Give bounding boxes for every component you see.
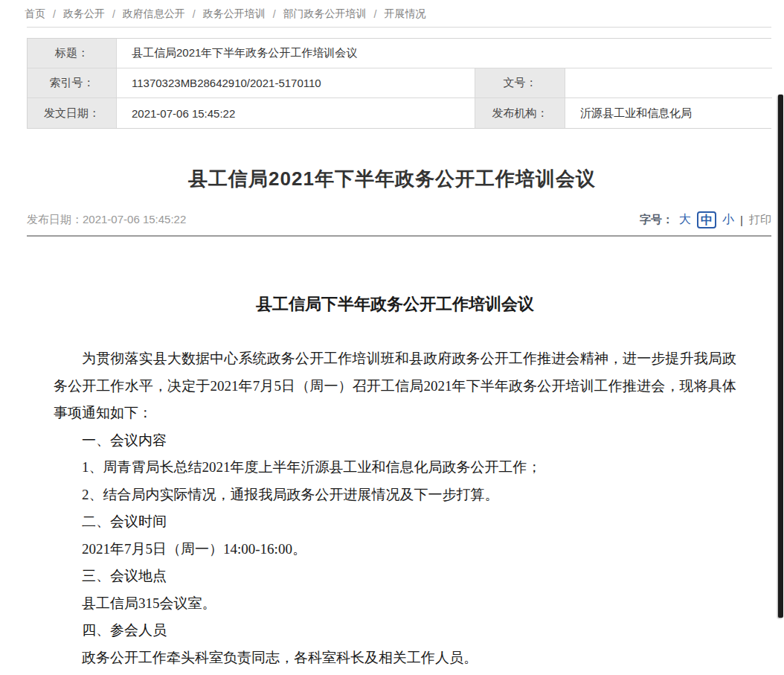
scrollbar-thumb[interactable]: [778, 95, 783, 618]
print-button[interactable]: 打印: [749, 213, 771, 227]
meta-index-label: 索引号：: [28, 68, 117, 98]
article-paragraph: 2、结合局内实际情况，通报我局政务公开进展情况及下一步打算。: [54, 482, 736, 509]
breadcrumb-item-zhengwugongkai[interactable]: 政务公开: [63, 7, 105, 21]
breadcrumb-divider: [27, 27, 771, 28]
font-size-medium-button[interactable]: 中: [697, 211, 716, 228]
breadcrumb-item-progress[interactable]: 开展情况: [384, 7, 425, 21]
meta-docno-value: [565, 68, 772, 98]
font-size-tools: 字号： 大 中 小 | 打印: [640, 211, 771, 228]
breadcrumb-separator: /: [273, 8, 276, 20]
document-meta-table: 标题： 县工信局2021年下半年政务公开工作培训会议 索引号： 11370323…: [27, 38, 771, 129]
publish-date-value: 2021-07-06 15:45:22: [83, 213, 186, 225]
breadcrumb-separator: /: [53, 8, 56, 20]
article-section-heading: 三、会议地点: [54, 563, 736, 590]
breadcrumb-separator: /: [374, 8, 377, 20]
article-section-heading: 二、会议时间: [54, 508, 736, 536]
meta-agency-label: 发布机构：: [475, 98, 565, 128]
breadcrumb-item-dept-training[interactable]: 部门政务公开培训: [283, 7, 367, 21]
article-paragraph: 为贯彻落实县大数据中心系统政务公开工作培训班和县政府政务公开工作推进会精神，进一…: [54, 345, 736, 427]
article-section-heading: 四、参会人员: [54, 617, 736, 644]
meta-index-value: 11370323MB28642910/2021-5170110: [117, 68, 475, 98]
meta-date-value: 2021-07-06 15:45:22: [117, 98, 475, 128]
scrollbar-track[interactable]: [777, 0, 784, 675]
content-divider: [27, 235, 771, 237]
breadcrumb-item-training[interactable]: 政务公开培训: [203, 7, 266, 21]
article-body: 为贯彻落实县大数据中心系统政务公开工作培训班和县政府政务公开工作推进会精神，进一…: [54, 345, 736, 671]
meta-agency-value: 沂源县工业和信息化局: [565, 98, 772, 128]
document-meta-bar: 发布日期：2021-07-06 15:45:22 字号： 大 中 小 | 打印: [27, 211, 771, 228]
article-paragraph: 1、周青霄局长总结2021年度上半年沂源县工业和信息化局政务公开工作；: [54, 454, 736, 482]
article-paragraph: 县工信局315会议室。: [54, 590, 736, 618]
breadcrumb-item-home[interactable]: 首页: [25, 7, 45, 21]
article-paragraph: 2021年7月5日（周一）14:00-16:00。: [54, 536, 736, 563]
publish-date-label: 发布日期：: [27, 213, 83, 225]
font-size-small-button[interactable]: 小: [722, 212, 734, 228]
article-section-heading: 一、会议内容: [54, 427, 736, 455]
publish-date: 发布日期：2021-07-06 15:45:22: [27, 213, 186, 227]
meta-docno-label: 文号：: [475, 68, 565, 98]
article-content: 县工信局下半年政务公开工作培训会议 为贯彻落实县大数据中心系统政务公开工作培训班…: [0, 293, 784, 671]
breadcrumb: 首页 / 政务公开 / 政府信息公开 / 政务公开培训 / 部门政务公开培训 /…: [0, 0, 784, 21]
breadcrumb-item-government-info[interactable]: 政府信息公开: [123, 7, 185, 21]
article-paragraph: 政务公开工作牵头科室负责同志，各科室科长及相关工作人员。: [54, 644, 736, 672]
article-heading: 县工信局下半年政务公开工作培训会议: [54, 293, 736, 316]
meta-title-label: 标题：: [28, 39, 117, 68]
tools-separator: |: [740, 214, 743, 226]
meta-date-label: 发文日期：: [28, 98, 117, 128]
font-size-label: 字号：: [640, 213, 673, 227]
page-title: 县工信局2021年下半年政务公开工作培训会议: [27, 166, 757, 192]
font-size-large-button[interactable]: 大: [679, 212, 691, 228]
meta-title-value: 县工信局2021年下半年政务公开工作培训会议: [117, 39, 772, 68]
breadcrumb-separator: /: [193, 8, 196, 20]
breadcrumb-separator: /: [112, 8, 115, 20]
